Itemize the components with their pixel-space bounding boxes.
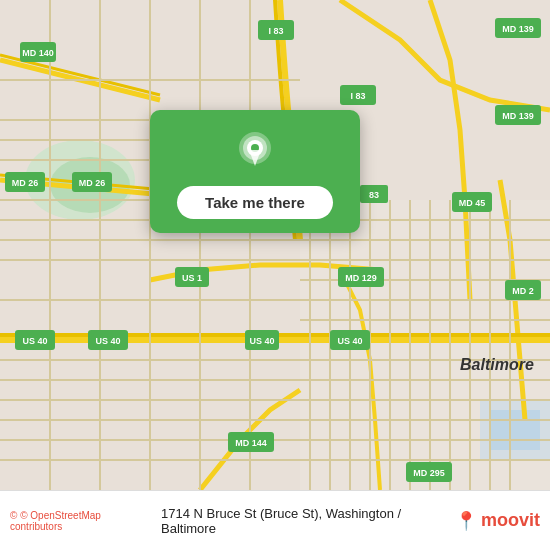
moovit-pin-icon: 📍	[455, 510, 477, 532]
svg-text:MD 295: MD 295	[413, 468, 445, 478]
address-text: 1714 N Bruce St (Bruce St), Washington /…	[161, 506, 447, 536]
svg-text:I 83: I 83	[268, 26, 283, 36]
svg-text:MD 140: MD 140	[22, 48, 54, 58]
moovit-logo: 📍 moovit	[455, 510, 540, 532]
moovit-label: moovit	[481, 510, 540, 531]
svg-text:US 40: US 40	[249, 336, 274, 346]
svg-text:MD 144: MD 144	[235, 438, 267, 448]
copyright-symbol: ©	[10, 510, 17, 521]
take-me-there-button[interactable]: Take me there	[177, 186, 333, 219]
svg-text:US 40: US 40	[337, 336, 362, 346]
location-pin-icon	[231, 128, 279, 176]
svg-text:I 83: I 83	[350, 91, 365, 101]
svg-text:MD 129: MD 129	[345, 273, 377, 283]
svg-text:US 40: US 40	[95, 336, 120, 346]
svg-text:MD 26: MD 26	[79, 178, 106, 188]
svg-text:MD 139: MD 139	[502, 111, 534, 121]
copyright-label: © OpenStreetMap contributors	[10, 510, 101, 532]
svg-text:Baltimore: Baltimore	[460, 356, 534, 373]
map-background: MD 140 I 83 I 83 83 MD 139 MD 139 MD 26 …	[0, 0, 550, 490]
location-card: Take me there	[150, 110, 360, 233]
svg-text:MD 2: MD 2	[512, 286, 534, 296]
svg-text:US 40: US 40	[22, 336, 47, 346]
svg-text:83: 83	[369, 190, 379, 200]
svg-text:MD 139: MD 139	[502, 24, 534, 34]
map-container: MD 140 I 83 I 83 83 MD 139 MD 139 MD 26 …	[0, 0, 550, 490]
copyright-text: © © OpenStreetMap contributors	[10, 510, 153, 532]
svg-text:US 1: US 1	[182, 273, 202, 283]
svg-text:MD 26: MD 26	[12, 178, 39, 188]
svg-text:MD 45: MD 45	[459, 198, 486, 208]
bottom-bar: © © OpenStreetMap contributors 1714 N Br…	[0, 490, 550, 550]
